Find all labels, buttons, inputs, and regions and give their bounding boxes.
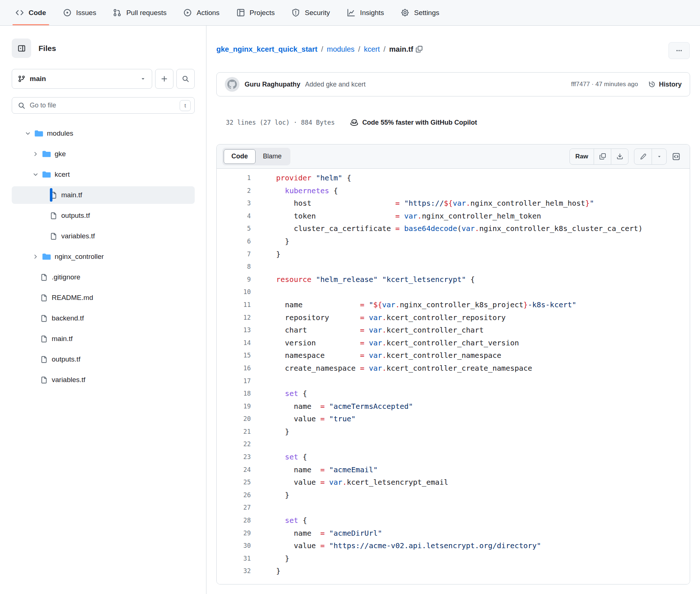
go-to-file-input[interactable] (30, 102, 175, 109)
tree-item-kcert[interactable]: kcert (12, 166, 195, 183)
tree-item-main-tf[interactable]: main.tf (12, 186, 195, 204)
line-number[interactable]: 29 (217, 527, 251, 540)
line-number[interactable]: 7 (217, 248, 251, 261)
code-line-text: resource "helm_release" "kcert_letsencry… (276, 273, 475, 286)
line-number[interactable]: 5 (217, 222, 251, 235)
tree-item-variables-tf[interactable]: variables.tf (12, 371, 195, 389)
search-icon (18, 102, 25, 109)
tab-actions[interactable]: Actions (183, 0, 219, 25)
tree-item-outputs-tf[interactable]: outputs.tf (12, 207, 195, 224)
commit-author[interactable]: Guru Raghupathy (245, 81, 300, 88)
download-button[interactable] (611, 149, 628, 164)
tab-label: Pull requests (126, 9, 166, 17)
line-number[interactable]: 15 (217, 349, 251, 362)
avatar[interactable] (225, 77, 239, 92)
commit-sha-time[interactable]: fff7477 · 47 minutes ago (571, 81, 638, 88)
line-number[interactable]: 2 (217, 184, 251, 197)
breadcrumb-link-kcert[interactable]: kcert (364, 45, 380, 54)
line-number[interactable]: 19 (217, 400, 251, 413)
tab-projects[interactable]: Projects (237, 0, 275, 25)
tab-insights[interactable]: Insights (347, 0, 384, 25)
line-number[interactable]: 11 (217, 298, 251, 311)
line-number[interactable]: 24 (217, 463, 251, 476)
tab-settings[interactable]: Settings (401, 0, 439, 25)
line-number[interactable]: 4 (217, 210, 251, 223)
line-number[interactable]: 32 (217, 565, 251, 578)
file-icon (40, 356, 48, 363)
edit-file-button[interactable] (634, 149, 652, 164)
code-line: 28 set { (217, 514, 690, 527)
code-line-text: value = "https://acme-v02.api.letsencryp… (276, 539, 541, 552)
line-number[interactable]: 12 (217, 311, 251, 324)
line-number[interactable]: 30 (217, 539, 251, 552)
tree-item-gke[interactable]: gke (12, 145, 195, 163)
commit-message[interactable]: Added gke and kcert (305, 81, 366, 88)
line-number[interactable]: 23 (217, 451, 251, 463)
line-number[interactable]: 26 (217, 489, 251, 502)
tab-pull-requests[interactable]: Pull requests (113, 0, 166, 25)
line-number[interactable]: 8 (217, 260, 251, 273)
raw-button[interactable]: Raw (570, 149, 594, 164)
view-tab-blame[interactable]: Blame (256, 149, 289, 164)
line-number[interactable]: 14 (217, 337, 251, 349)
breadcrumb-link-modules[interactable]: modules (327, 45, 355, 54)
line-number[interactable]: 1 (217, 172, 251, 184)
copy-raw-button[interactable] (594, 149, 611, 164)
plus-icon (161, 75, 168, 82)
tab-issues[interactable]: Issues (63, 0, 96, 25)
line-number[interactable]: 16 (217, 362, 251, 375)
code-line-text: version = var.kcert_controller_chart_ver… (276, 337, 519, 349)
line-number[interactable]: 6 (217, 235, 251, 248)
tab-security[interactable]: Security (292, 0, 330, 25)
code-line: 8 (217, 260, 690, 273)
code-line: 29 name = "acmeDirUrl" (217, 527, 690, 540)
collapse-sidebar-button[interactable] (12, 38, 31, 58)
tree-item-gitignore[interactable]: .gitignore (12, 268, 195, 286)
tree-item-main-tf[interactable]: main.tf (12, 330, 195, 348)
issue-icon (63, 8, 72, 17)
tree-item-nginx-controller[interactable]: nginx_controller (12, 248, 195, 265)
code-line-text: } (276, 425, 289, 438)
tree-item-modules[interactable]: modules (12, 125, 195, 142)
code-line-text: } (276, 248, 281, 261)
code-line: 4 token = var.nginx_controller_helm_toke… (217, 210, 690, 223)
line-number[interactable]: 13 (217, 324, 251, 337)
line-number[interactable]: 9 (217, 273, 251, 286)
line-number[interactable]: 31 (217, 552, 251, 565)
line-number[interactable]: 27 (217, 501, 251, 514)
view-tab-code[interactable]: Code (224, 149, 256, 164)
copilot-banner[interactable]: Code 55% faster with GitHub Copilot (350, 118, 477, 126)
add-file-button[interactable] (155, 69, 173, 89)
line-number[interactable]: 25 (217, 476, 251, 489)
line-number[interactable]: 22 (217, 438, 251, 451)
line-number[interactable]: 3 (217, 197, 251, 210)
commit-sha[interactable]: fff7477 (571, 81, 590, 88)
history-button[interactable]: History (648, 81, 682, 88)
line-number[interactable]: 18 (217, 387, 251, 400)
more-options-button[interactable] (668, 42, 690, 59)
tree-item-backend-tf[interactable]: backend.tf (12, 309, 195, 327)
symbols-panel-button[interactable] (672, 153, 680, 161)
branch-selector[interactable]: main (12, 69, 152, 89)
code-line-text: token = var.nginx_controller_helm_token (276, 210, 541, 223)
line-number[interactable]: 28 (217, 514, 251, 527)
breadcrumb-repo-link[interactable]: gke_nginx_kcert_quick_start (216, 45, 318, 54)
search-icon (182, 75, 189, 82)
tree-item-label: nginx_controller (55, 253, 104, 261)
copilot-text: Code 55% faster with GitHub Copilot (362, 119, 477, 126)
tree-item-variables-tf[interactable]: variables.tf (12, 227, 195, 245)
tab-code[interactable]: Code (15, 0, 46, 25)
pencil-icon (640, 153, 646, 160)
edit-options-dropdown[interactable] (652, 149, 666, 164)
tree-item-label: variables.tf (52, 376, 85, 384)
line-number[interactable]: 10 (217, 286, 251, 298)
tree-item-readme-md[interactable]: README.md (12, 289, 195, 307)
line-number[interactable]: 21 (217, 425, 251, 438)
search-this-repo-button[interactable] (176, 69, 195, 89)
tree-item-outputs-tf[interactable]: outputs.tf (12, 351, 195, 368)
chevron-down-icon (140, 76, 146, 82)
copy-path-button[interactable] (415, 45, 423, 53)
line-number[interactable]: 17 (217, 375, 251, 388)
line-number[interactable]: 20 (217, 412, 251, 425)
download-icon (616, 153, 623, 160)
